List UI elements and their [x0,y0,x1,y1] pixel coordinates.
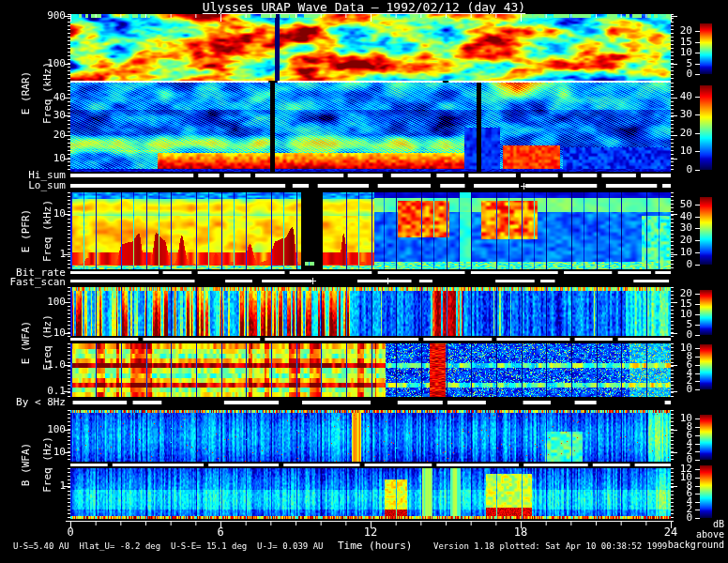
urap-plot-screen: Ulysses URAP Wave Data – 1992/02/12 (day… [0,0,728,563]
spectrogram-canvas [0,0,728,563]
